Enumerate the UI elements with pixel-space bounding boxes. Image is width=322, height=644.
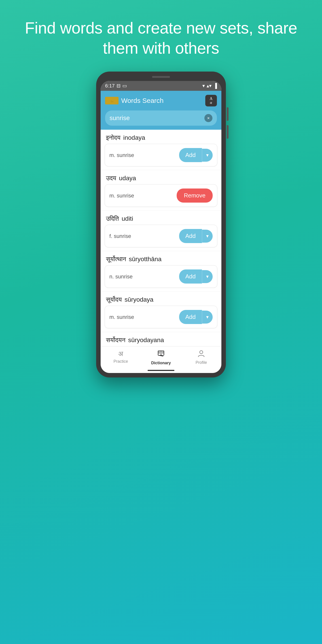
word-transliteration-5: sūryodayana [128, 336, 164, 344]
word-card-3: n. sunrise Add ▾ [105, 265, 217, 288]
volume-down-button [227, 125, 228, 139]
svg-text:अ: अ [107, 98, 110, 103]
battery-icon: ▐ [213, 83, 217, 89]
word-item-inodaya: इनोदय inodaya m. sunrise Add ▾ [100, 130, 222, 166]
translate-icon-button[interactable]: Aअ [205, 95, 217, 106]
signal-icon: ⊟ [116, 83, 120, 89]
phone-speaker [152, 76, 170, 78]
word-item-udaya: उदय udaya m. sunrise Remove [100, 170, 222, 207]
nav-item-practice[interactable]: अ Practice [100, 350, 141, 366]
add-dropdown-2[interactable]: ▾ [202, 230, 213, 242]
battery-small-icon: ▭ [122, 83, 127, 89]
phone-screen: 6:17 ⊟ ▭ ▾ ▴▾ ▐ अ bc Words Search [100, 81, 222, 373]
status-bar: 6:17 ⊟ ▭ ▾ ▴▾ ▐ [100, 81, 222, 91]
word-definition-4: m. sunrise [109, 314, 134, 320]
app-bar: अ bc Words Search Aअ [100, 91, 222, 110]
svg-text:bc: bc [111, 100, 114, 103]
add-button-4[interactable]: Add [179, 310, 202, 324]
word-devanagari-3: सूर्योत्थान [106, 256, 126, 263]
clear-search-button[interactable]: × [204, 114, 212, 122]
phone-mockup: 6:17 ⊟ ▭ ▾ ▴▾ ▐ अ bc Words Search [96, 72, 226, 378]
add-dropdown-4[interactable]: ▾ [202, 310, 213, 324]
word-item-uditi: उदिति uditi f. sunrise Add ▾ [100, 211, 222, 247]
word-definition-3: n. sunrise [109, 274, 132, 280]
search-input-wrapper: sunrise × [105, 110, 217, 126]
status-time: 6:17 [105, 83, 115, 89]
nav-item-dictionary[interactable]: Dictionary [141, 350, 181, 366]
practice-label: Practice [113, 359, 128, 364]
word-actions-3: Add ▾ [179, 270, 213, 284]
word-item-suryodayana: सर्योदयन sūryodayana [100, 332, 222, 346]
home-indicator [100, 368, 222, 373]
word-devanagari-4: सूर्योदय [106, 296, 122, 304]
results-list: इनोदय inodaya m. sunrise Add ▾ उदय udaya [100, 130, 222, 346]
word-definition-0: m. sunrise [109, 152, 134, 158]
dictionary-label: Dictionary [151, 361, 171, 366]
profile-icon [198, 350, 204, 359]
add-button-3[interactable]: Add [179, 270, 202, 284]
volume-up-button [227, 107, 228, 121]
word-devanagari-0: इनोदय [106, 134, 120, 142]
app-logo: अ bc [105, 97, 118, 104]
home-bar [148, 370, 174, 371]
search-bar: sunrise × [100, 110, 222, 130]
app-title: Words Search [121, 97, 164, 104]
word-definition-1: m. sunrise [109, 192, 134, 199]
word-actions-0: Add ▾ [179, 148, 213, 162]
wifi-icon: ▾ [202, 83, 205, 89]
bottom-nav: अ Practice Dictionary [100, 346, 222, 368]
add-dropdown-0[interactable]: ▾ [202, 149, 213, 162]
nav-item-profile[interactable]: Profile [181, 350, 222, 366]
word-card-2: f. sunrise Add ▾ [105, 225, 217, 247]
remove-button-1[interactable]: Remove [177, 188, 213, 202]
word-transliteration-3: sūryotthāna [129, 256, 162, 263]
word-actions-4: Add ▾ [179, 310, 213, 324]
hero-tagline: Find words and create new sets, share th… [0, 18, 322, 58]
add-dropdown-3[interactable]: ▾ [202, 270, 213, 283]
word-item-suryotthana: सूर्योत्थान sūryotthāna n. sunrise Add ▾ [100, 251, 222, 288]
word-card-4: m. sunrise Add ▾ [105, 306, 217, 328]
word-actions-1: Remove [177, 188, 213, 202]
add-button-2[interactable]: Add [179, 229, 202, 243]
word-devanagari-2: उदिति [106, 215, 119, 222]
profile-label: Profile [196, 360, 207, 365]
search-query-text: sunrise [110, 114, 130, 122]
word-transliteration-4: sūryodaya [124, 296, 154, 303]
practice-icon: अ [118, 350, 123, 358]
word-actions-2: Add ▾ [179, 229, 213, 243]
word-card-1: m. sunrise Remove [105, 184, 217, 207]
dictionary-icon [157, 350, 165, 359]
word-transliteration-0: inodaya [123, 134, 145, 141]
word-item-suryodaya: सूर्योदय sūryodaya m. sunrise Add ▾ [100, 292, 222, 328]
word-devanagari-5: सर्योदयन [106, 336, 126, 344]
word-transliteration-2: uditi [122, 215, 133, 222]
word-card-0: m. sunrise Add ▾ [105, 144, 217, 166]
word-devanagari-1: उदय [106, 175, 116, 182]
word-transliteration-1: udaya [119, 175, 136, 182]
network-icon: ▴▾ [206, 83, 212, 89]
add-button-0[interactable]: Add [179, 148, 202, 162]
word-definition-2: f. sunrise [109, 233, 131, 239]
svg-point-9 [200, 350, 203, 354]
